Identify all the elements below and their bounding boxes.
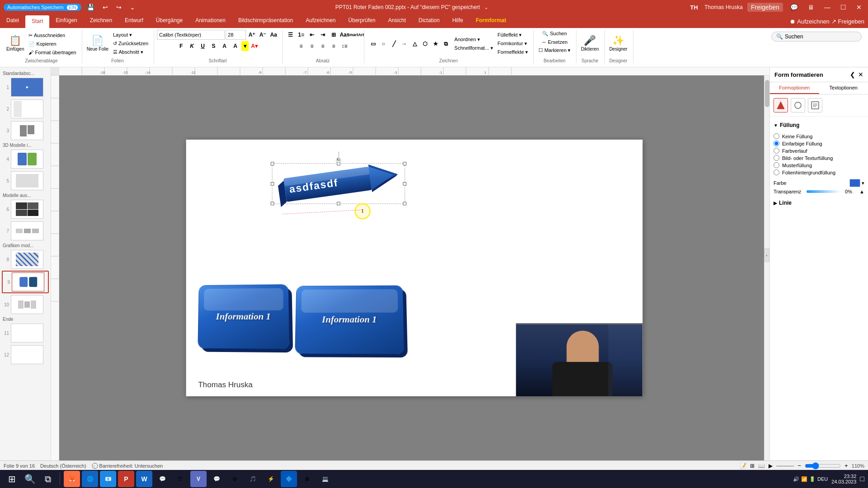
fill-section-header[interactable]: ▼ Füllung [774,120,864,130]
color-swatch[interactable] [849,179,860,187]
handle-ml[interactable] [271,182,274,186]
undo-btn[interactable]: ↩ [100,3,111,12]
transparency-bar[interactable] [807,190,840,193]
slide-thumb-7[interactable] [11,221,43,240]
shape-effect-btn[interactable]: Formeffekte ▾ [496,48,530,56]
taskbar-outlook[interactable]: 📧 [100,471,116,487]
minimize-btn[interactable]: — [821,3,833,12]
handle-bl[interactable] [271,202,274,206]
layout-btn[interactable]: Layout ▾ [111,31,150,39]
tab-praesentation[interactable]: Bildschirmpräsentation [232,14,299,28]
fill-solid-radio[interactable] [774,141,779,146]
taskbar-telegram[interactable]: 💬 [208,471,225,487]
autosave-toggle[interactable]: Automatisches Speichern EIN [4,4,81,11]
taskbar-edge[interactable]: 🌐 [82,471,98,487]
highlight-btn[interactable]: ▾ [241,41,249,51]
font-name-input[interactable] [157,30,225,40]
accessibility-label[interactable]: ! Barrierefreiheit: Untersuchen [92,463,163,469]
tab-aufzeichnen[interactable]: Aufzeichnen [299,14,342,28]
tab-ansicht[interactable]: Ansicht [382,14,412,28]
slide-thumb-4[interactable] [11,150,43,169]
slide[interactable]: ↻ [186,140,643,396]
fill-option-solid[interactable]: Einfarbige Füllung [774,141,864,146]
quick-styles-btn[interactable]: Schnellformat... ▾ [453,44,495,52]
taskbar-visio[interactable]: V [190,471,207,487]
slide-item-2[interactable]: 2 [2,99,49,119]
shape-arrow-btn[interactable]: → [399,39,409,49]
slide-canvas[interactable]: ↻ [59,75,769,460]
notes-view-btn[interactable]: 📝 [740,463,746,469]
slide-thumb-1[interactable]: ▶ [11,78,43,97]
increase-font-btn[interactable]: A⁺ [247,30,257,40]
smartart-btn[interactable]: SmartArt [350,30,360,40]
tab-start[interactable]: Start [25,15,49,28]
slide-thumb-9[interactable] [12,272,44,291]
slide-item-11[interactable]: 11 [2,323,49,343]
tab-uebergaenge[interactable]: Übergänge [150,14,189,28]
slide-thumb-11[interactable] [11,324,43,343]
slideshow-btn[interactable]: ▶ [769,463,773,469]
bold-btn[interactable]: F [176,41,186,51]
panel-collapse-icon[interactable]: ❮ [850,71,855,78]
key-button-1[interactable]: Information 1 [198,285,288,348]
slide-thumb-6[interactable] [11,200,43,219]
show-desktop-btn[interactable]: □ [860,475,864,483]
fill-line-icon-btn[interactable] [774,98,788,113]
save-location-btn[interactable]: ⌄ [481,4,491,11]
slide-item-4[interactable]: 4 [2,149,49,169]
zoom-out-btn[interactable]: − [797,462,801,469]
fill-option-none[interactable]: Keine Füllung [774,133,864,139]
taskbar-app3[interactable]: 🖥 [299,471,315,487]
slide-thumb-2[interactable] [11,99,43,118]
reading-view-btn[interactable]: 📖 [758,463,765,469]
fill-option-slide[interactable]: Folienhintergrundfüllung [774,169,864,175]
select-btn[interactable]: ☐ Markieren ▾ [537,47,572,54]
taskbar-settings[interactable]: ⚙ [226,471,243,487]
taskbar-app1[interactable]: ⚡ [263,471,279,487]
replace-btn[interactable]: ↔ Ersetzen [540,38,569,46]
fill-gradient-radio[interactable] [774,148,779,154]
slides-panel[interactable]: Standardabsc... 1 ▶ 2 3 3D Modelle i... … [0,67,51,460]
panel-collapse-btn[interactable]: ‹ [764,249,769,262]
fill-option-pattern[interactable]: Musterfüllung [774,162,864,168]
list-numbered-btn[interactable]: 1≡ [296,30,306,40]
tab-dictation[interactable]: Dictation [412,14,446,28]
slide-item-5[interactable]: 5 [2,170,49,191]
present-btn[interactable]: 🖥 [805,3,817,12]
shadow-btn[interactable]: A [220,41,230,51]
slide-item-1[interactable]: 1 ▶ [2,77,49,98]
decrease-indent-btn[interactable]: ⇤ [307,30,317,40]
slide-item-9[interactable]: 9 [2,271,49,293]
slide-item-6[interactable]: 6 [2,199,49,220]
align-left-btn[interactable]: ≡ [296,41,306,51]
designer-btn[interactable]: ✨ Designer [608,34,629,53]
taskbar-powerpoint[interactable]: P [118,471,134,487]
shape-circle-btn[interactable]: ○ [378,39,388,49]
vertical-scrollbar[interactable]: ‹ [764,75,769,460]
zoom-in-btn[interactable]: + [844,462,848,469]
shape-tri-btn[interactable]: △ [410,39,420,49]
fill-effect-btn[interactable]: Fülleffekt ▾ [496,31,530,39]
slide-item-10[interactable]: 10 [2,294,49,315]
taskbar-media[interactable]: 🎵 [245,471,261,487]
tab-formformat[interactable]: Formformat [469,14,512,28]
size-position-icon-btn[interactable] [791,98,805,113]
slide-item-8[interactable]: 8 [2,249,49,270]
slide-thumb-8[interactable] [11,250,43,269]
font-color-btn2[interactable]: A▾ [250,41,259,51]
taskbar-clock[interactable]: 23:32 24.03.2023 [831,474,856,484]
tab-textoptionen[interactable]: Textoptionen [819,82,868,94]
handle-tl[interactable] [271,162,274,165]
tab-datei[interactable]: Datei [0,14,25,28]
taskbar-app4[interactable]: 💻 [317,471,333,487]
fill-option-gradient[interactable]: Farbverlauf [774,148,864,154]
dictate-btn[interactable]: 🎤 Diktieren [579,34,600,53]
italic-btn[interactable]: K [187,41,197,51]
decrease-font-btn[interactable]: A⁻ [258,30,268,40]
more-tools-btn[interactable]: ⌄ [127,3,138,12]
strikethrough-btn[interactable]: S [209,41,219,51]
taskbar-app2[interactable]: 🔷 [281,471,297,487]
slide-thumb-12[interactable] [11,345,43,364]
search-input[interactable] [785,33,853,40]
fill-option-picture[interactable]: Bild- oder Texturfüllung [774,155,864,161]
